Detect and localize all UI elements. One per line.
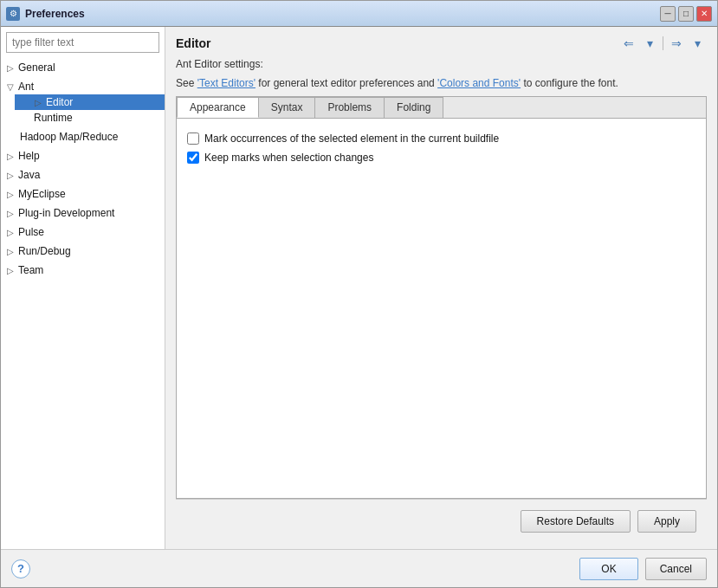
description-settings: Ant Editor settings: [176,58,707,70]
sidebar-item-myeclipse[interactable]: ▷ MyEclipse [1,184,165,204]
forward-dropdown-button[interactable]: ▾ [688,34,707,53]
sidebar-item-editor[interactable]: ▷ Editor [15,94,165,110]
description-links: See 'Text Editors' for general text edit… [176,77,707,89]
window-title: Preferences [25,8,660,20]
title-bar: ⚙ Preferences ─ □ ✕ [1,1,717,27]
tree-toggle-general: ▷ [4,61,16,74]
apply-button[interactable]: Apply [637,510,696,533]
preferences-window: ⚙ Preferences ─ □ ✕ ▷ General ▽ Ant [0,0,718,588]
cancel-button[interactable]: Cancel [645,558,707,580]
label-keep-marks: Keep marks when selection changes [204,152,373,164]
back-button[interactable]: ⇐ [619,34,638,53]
sidebar-item-help[interactable]: ▷ Help [1,146,165,165]
sidebar-item-runtime[interactable]: Runtime [15,110,165,126]
tree-toggle-rundebug: ▷ [4,245,16,257]
restore-defaults-button[interactable]: Restore Defaults [521,510,631,533]
tree-toggle-myeclipse: ▷ [4,188,16,200]
editor-expand-icon: ▷ [32,96,44,108]
checkbox-mark-occurrences[interactable] [187,132,199,145]
tab-appearance[interactable]: Appearance [177,97,259,118]
sidebar-label-pulse: Pulse [18,226,44,238]
content-area: ▷ General ▽ Ant ▷ Editor Runtime [1,27,717,549]
toolbar-icons: ⇐ ▾ ⇒ ▾ [619,34,707,53]
tree-toggle-plugin: ▷ [4,207,16,219]
sidebar-label-runtime: Runtime [34,112,73,124]
sidebar-item-hadoop[interactable]: Hadoop Map/Reduce [1,127,165,146]
tab-content-appearance: Mark occurrences of the selected element… [177,119,706,498]
tabs-container: Appearance Syntax Problems Folding Mark … [176,96,707,499]
tab-folding[interactable]: Folding [384,97,443,118]
text-editors-link[interactable]: 'Text Editors' [197,77,256,89]
checkbox-row-mark-occurrences: Mark occurrences of the selected element… [187,129,695,148]
sidebar-label-java: Java [18,169,40,181]
sidebar-label-general: General [18,61,55,74]
tree-toggle-ant: ▽ [4,81,16,93]
sidebar-label-plugin: Plug-in Development [18,207,114,219]
dropdown-button[interactable]: ▾ [640,34,659,53]
page-title: Editor [176,36,210,50]
desc-suffix: to configure the font. [521,77,618,89]
tree-toggle-team: ▷ [4,264,16,276]
maximize-button[interactable]: □ [678,6,694,22]
sidebar-label-hadoop: Hadoop Map/Reduce [6,131,118,143]
sidebar-label-help: Help [18,150,40,162]
window-controls: ─ □ ✕ [660,6,712,22]
ant-children: ▷ Editor Runtime [1,94,165,126]
sidebar-item-plugin[interactable]: ▷ Plug-in Development [1,204,165,223]
forward-button[interactable]: ⇒ [667,34,686,53]
tab-problems[interactable]: Problems [314,97,385,118]
dialog-bottom: ? OK Cancel [1,549,717,587]
ok-button[interactable]: OK [579,558,637,580]
main-panel: Editor ⇐ ▾ ⇒ ▾ Ant Editor settings: See … [165,27,717,549]
filter-input[interactable] [6,32,159,53]
bottom-action-bar: Restore Defaults Apply [176,499,707,542]
close-button[interactable]: ✕ [696,6,712,22]
sidebar-label-editor: Editor [46,96,73,108]
sidebar-item-java[interactable]: ▷ Java [1,165,165,184]
sidebar-label-team: Team [18,264,43,276]
sidebar-item-rundebug[interactable]: ▷ Run/Debug [1,242,165,261]
sidebar-item-ant[interactable]: ▽ Ant ▷ Editor Runtime [1,77,165,127]
desc-middle: for general text editor preferences and [256,77,437,89]
tree-toggle-java: ▷ [4,169,16,181]
sidebar-label-myeclipse: MyEclipse [18,188,66,200]
sidebar-item-team[interactable]: ▷ Team [1,261,165,280]
sidebar-label-rundebug: Run/Debug [18,245,71,257]
label-mark-occurrences: Mark occurrences of the selected element… [204,132,499,145]
dialog-bottom-right: OK Cancel [579,558,707,580]
tree-toggle-pulse: ▷ [4,226,16,238]
checkbox-row-keep-marks: Keep marks when selection changes [187,148,695,167]
tree-toggle-help: ▷ [4,150,16,162]
tab-syntax[interactable]: Syntax [258,97,316,118]
help-icon[interactable]: ? [11,559,30,578]
sidebar: ▷ General ▽ Ant ▷ Editor Runtime [1,27,165,549]
toolbar-separator [663,36,663,50]
window-icon: ⚙ [6,7,20,21]
sidebar-label-ant: Ant [18,81,34,93]
sidebar-item-general[interactable]: ▷ General [1,58,165,77]
main-header: Editor ⇐ ▾ ⇒ ▾ [176,34,707,53]
colors-fonts-link[interactable]: 'Colors and Fonts' [437,77,521,89]
tab-bar: Appearance Syntax Problems Folding [177,97,706,119]
sidebar-item-pulse[interactable]: ▷ Pulse [1,223,165,242]
checkbox-keep-marks[interactable] [187,152,199,164]
desc-prefix2: See [176,77,197,89]
settings-prefix: Ant Editor settings: [176,58,263,70]
minimize-button[interactable]: ─ [660,6,676,22]
